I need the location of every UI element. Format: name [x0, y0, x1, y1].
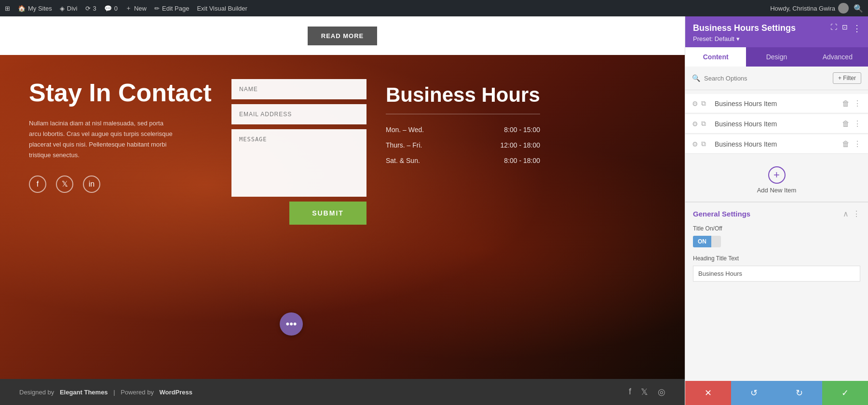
fullscreen-icon[interactable]: ⛶ [830, 23, 837, 34]
contact-left: Stay In Contact Nullam lacinia diam at n… [29, 79, 212, 193]
plus-icon: ＋ [125, 4, 132, 13]
edit-page-label: Edit Page [162, 5, 189, 12]
page-canvas: READ MORE Stay In Contact Nullam lacinia… [0, 16, 685, 405]
panel-search-bar: 🔍 + Filter [685, 67, 868, 90]
footer-wordpress: WordPress [160, 389, 192, 396]
top-bar-right: Howdy, Christina Gwira 🔍 [770, 3, 863, 14]
name-input[interactable] [231, 79, 366, 99]
save-button[interactable]: ✓ [822, 381, 868, 405]
gs-more-icon[interactable]: ⋮ [853, 209, 860, 218]
cancel-button[interactable]: ✕ [685, 381, 731, 405]
wp-logo[interactable]: ⊞ [5, 5, 10, 12]
contact-desc: Nullam lacinia diam at nisl malesuada, s… [29, 118, 174, 161]
new-menu[interactable]: ＋ New [125, 4, 147, 13]
footer-social-icons: f 𝕏 ◎ [629, 387, 665, 397]
tab-advanced[interactable]: Advanced [807, 47, 868, 67]
redo-button[interactable]: ↻ [777, 381, 823, 405]
email-input[interactable] [231, 104, 366, 124]
revision-icon-item[interactable]: ⟳ 3 [85, 5, 96, 12]
submit-button[interactable]: SUBMIT [289, 202, 366, 225]
item-1-more-icon[interactable]: ⋮ [854, 99, 861, 108]
title-toggle[interactable]: ON [693, 236, 721, 247]
user-info[interactable]: Howdy, Christina Gwira [770, 3, 849, 14]
chevron-down-icon: ▾ [736, 35, 740, 42]
fab-dots-icon: ••• [285, 318, 297, 330]
read-more-section: READ MORE [0, 16, 685, 55]
footer-credit: Designed by Elegant Themes | Powered by … [19, 389, 192, 396]
contact-title: Stay In Contact [29, 79, 212, 107]
contact-form: SUBMIT [231, 79, 366, 225]
item-3-delete-icon[interactable]: 🗑 [842, 140, 850, 148]
main-area: READ MORE Stay In Contact Nullam lacinia… [0, 16, 868, 405]
item-row-2: ⚙ ⧉ Business Hours Item 🗑 ⋮ [685, 114, 868, 134]
facebook-icon[interactable]: f [29, 176, 46, 193]
my-sites-menu[interactable]: 🏠 My Sites [18, 5, 52, 12]
contact-section: Stay In Contact Nullam lacinia diam at n… [0, 55, 685, 379]
item-3-icons: ⚙ ⧉ [692, 140, 706, 148]
panel-preset-label: Preset: Default [693, 35, 734, 42]
gs-header: General Settings ∧ ⋮ [693, 209, 860, 218]
item-1-icons: ⚙ ⧉ [692, 99, 706, 108]
linkedin-icon[interactable]: in [83, 176, 100, 193]
twitter-icon[interactable]: 𝕏 [56, 176, 73, 193]
panel-preset[interactable]: Preset: Default ▾ [693, 35, 860, 42]
item-2-gear-icon[interactable]: ⚙ [692, 120, 698, 128]
item-3-more-icon[interactable]: ⋮ [854, 139, 861, 148]
search-options-input[interactable] [704, 75, 829, 82]
toggle-on-label: ON [693, 236, 711, 247]
footer-facebook-icon[interactable]: f [629, 387, 631, 397]
gs-title: General Settings [693, 210, 750, 218]
title-on-off-label: Title On/Off [693, 225, 860, 232]
toggle-row: ON [693, 236, 860, 247]
item-1-label: Business Hours Item [710, 100, 838, 108]
item-2-label: Business Hours Item [710, 120, 838, 128]
bh-row-1: Mon. – Wed. 8:00 - 15:00 [386, 122, 540, 137]
filter-button[interactable]: + Filter [833, 72, 861, 84]
add-new-label[interactable]: Add New Item [757, 187, 797, 194]
edit-page-link[interactable]: ✏ Edit Page [154, 5, 189, 12]
footer-elegant-themes: Elegant Themes [60, 389, 108, 396]
gs-collapse-icon[interactable]: ∧ [843, 209, 849, 218]
divi-menu[interactable]: ◈ Divi [60, 5, 78, 12]
collapse-icon[interactable]: ⊡ [842, 23, 848, 34]
user-greeting: Howdy, Christina Gwira [770, 5, 835, 12]
bh-day-2: Thurs. – Fri. [386, 141, 422, 149]
comments-item[interactable]: 💬 0 [104, 5, 118, 12]
item-3-copy-icon[interactable]: ⧉ [701, 140, 706, 148]
item-2-more-icon[interactable]: ⋮ [854, 119, 861, 128]
tab-design[interactable]: Design [746, 47, 807, 67]
read-more-button[interactable]: READ MORE [308, 27, 377, 45]
bottom-actions: ✕ ↺ ↻ ✓ [685, 381, 868, 405]
item-3-gear-icon[interactable]: ⚙ [692, 140, 698, 148]
message-input[interactable] [231, 129, 366, 197]
exit-builder-btn[interactable]: Exit Visual Builder [197, 5, 247, 12]
more-options-icon[interactable]: ⋮ [853, 23, 861, 34]
bh-day-1: Mon. – Wed. [386, 126, 424, 134]
pencil-icon: ✏ [154, 5, 160, 12]
items-list: ⚙ ⧉ Business Hours Item 🗑 ⋮ ⚙ ⧉ Business… [685, 90, 868, 159]
add-new-circle-button[interactable]: + [768, 166, 786, 184]
fab-button[interactable]: ••• [280, 312, 303, 336]
footer-powered-by: Powered by [121, 389, 154, 396]
item-1-copy-icon[interactable]: ⧉ [701, 99, 706, 108]
heading-title-input[interactable] [693, 266, 860, 282]
item-2-copy-icon[interactable]: ⧉ [701, 120, 706, 128]
general-settings: General Settings ∧ ⋮ Title On/Off ON Hea… [685, 202, 868, 381]
search-icon[interactable]: 🔍 [854, 4, 863, 13]
bh-row-2: Thurs. – Fri. 12:00 - 18:00 [386, 137, 540, 153]
bh-time-1: 8:00 - 15:00 [504, 126, 540, 134]
comment-icon: 💬 [104, 5, 112, 12]
item-1-actions: 🗑 ⋮ [842, 99, 861, 108]
panel-header: Business Hours Settings Preset: Default … [685, 16, 868, 47]
panel-tabs: Content Design Advanced [685, 47, 868, 67]
item-row-1: ⚙ ⧉ Business Hours Item 🗑 ⋮ [685, 94, 868, 113]
item-2-delete-icon[interactable]: 🗑 [842, 120, 850, 128]
new-label: New [134, 5, 147, 12]
footer-instagram-icon[interactable]: ◎ [658, 387, 665, 397]
revision-count: 3 [93, 5, 96, 12]
footer-twitter-icon[interactable]: 𝕏 [641, 387, 648, 397]
tab-content[interactable]: Content [685, 47, 746, 67]
item-1-gear-icon[interactable]: ⚙ [692, 100, 698, 108]
undo-button[interactable]: ↺ [731, 381, 777, 405]
item-1-delete-icon[interactable]: 🗑 [842, 99, 850, 108]
